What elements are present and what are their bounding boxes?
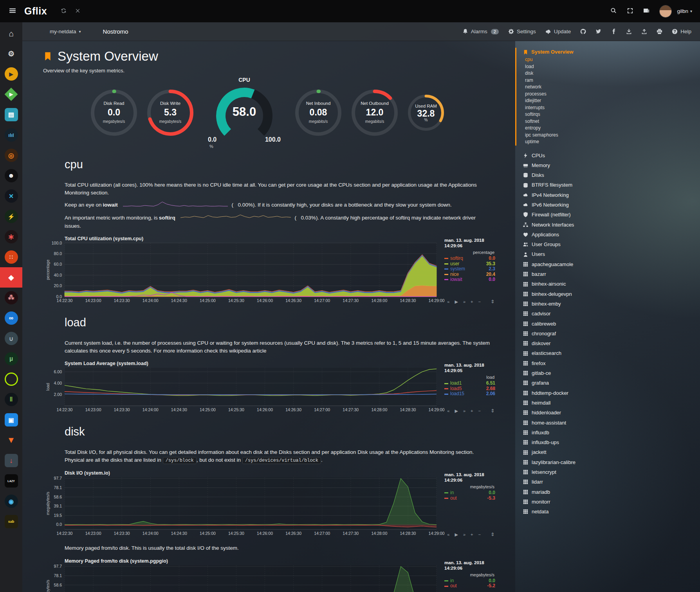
nav-facebook[interactable] (611, 29, 617, 34)
chart-resize-handle[interactable]: ⇕ (491, 408, 494, 414)
chart-play-button[interactable]: ▶ (455, 532, 458, 537)
menu-network-interfaces[interactable]: Network Interfaces (515, 220, 697, 230)
menu-btrfs-filesystem[interactable]: BTRFS filesystem (515, 180, 697, 190)
softirq-sparkline[interactable] (180, 214, 291, 222)
menu-binhex-delugevpn[interactable]: binhex-delugevpn (515, 289, 697, 299)
sidebar-app-lazylibrarian-icon[interactable]: LAZY (0, 471, 22, 491)
chart-play-button[interactable]: ▶ (455, 408, 458, 414)
chart-resize-handle[interactable]: ⇕ (491, 299, 494, 304)
menu-bazarr[interactable]: bazarr (515, 269, 697, 279)
legend-item-user[interactable]: user35.3 (444, 261, 495, 267)
menu-ipv6-networking[interactable]: IPv6 Networking (515, 200, 697, 210)
chart-zoom-in-button[interactable]: + (471, 532, 473, 537)
menu-lidarr[interactable]: lidarr (515, 477, 697, 487)
sidebar-app-airsonic-icon[interactable]: ılıl (0, 125, 22, 145)
nav-print[interactable] (657, 29, 662, 34)
hamburger-menu-button[interactable] (5, 4, 20, 18)
menu-home-assistant[interactable]: home-assistant (515, 418, 697, 428)
sidebar-app-kodi-icon[interactable]: × (0, 186, 22, 206)
sidebar-app-droplet-app-icon[interactable]: ◉ (0, 491, 22, 511)
menu-user-groups[interactable]: User Groups (515, 239, 697, 249)
gauge-used-ram[interactable]: Used RAM32.8% (408, 94, 444, 131)
chart-pan-forwards-button[interactable]: » (463, 532, 465, 537)
chart-canvas-disk-io[interactable]: 14:22:3014:23:0014:23:3014:24:0014:24:30… (44, 477, 440, 537)
sidebar-app-bars-app-icon[interactable]: ‖ (0, 389, 22, 410)
sidebar-app-jackett-icon[interactable]: ◎ (0, 145, 22, 166)
gauge-net-outbound[interactable]: Net Outbound12.0megabits/s (351, 89, 398, 136)
menu-heimdall[interactable]: heimdall (515, 398, 697, 408)
legend-item-in[interactable]: in0.0 (444, 490, 495, 496)
sidebar-app-settings-icon[interactable]: ⚙ (0, 43, 22, 64)
sidebar-app-shield-app-icon[interactable]: ◆ (0, 267, 22, 288)
search-button[interactable] (606, 4, 621, 18)
news-button[interactable] (639, 4, 653, 18)
menu-sub-idlejitter[interactable]: idlejitter (523, 97, 697, 104)
gauge-disk-read[interactable]: Disk Read0.0megabytes/s (90, 89, 137, 136)
menu-sub-softirqs[interactable]: softirqs (523, 111, 697, 118)
chart-canvas-pgpgio[interactable]: 14:22:3014:23:0014:23:3014:24:0014:24:30… (44, 565, 440, 592)
menu-monitorr[interactable]: monitorr (515, 497, 697, 507)
user-avatar[interactable] (660, 5, 671, 17)
menu-sub-uptime[interactable]: uptime (523, 139, 697, 146)
menu-sub-disk[interactable]: disk (523, 70, 697, 77)
sidebar-app-lightning-app-icon[interactable]: ⚡ (0, 206, 22, 227)
menu-jackett[interactable]: jackett (515, 447, 697, 457)
gauge-net-inbound[interactable]: Net Inbound0.08megabits/s (295, 89, 342, 136)
chart-pan-backwards-button[interactable]: « (447, 299, 449, 304)
menu-system-overview[interactable]: System Overview (523, 48, 697, 56)
menu-chronograf[interactable]: chronograf (515, 329, 697, 338)
sidebar-app-window-app-icon[interactable]: ▣ (0, 410, 22, 430)
menu-gitlab-ce[interactable]: gitlab-ce (515, 368, 697, 378)
legend-item-out[interactable]: out-5.3 (444, 496, 495, 501)
iowait-sparkline[interactable] (123, 201, 228, 209)
sidebar-app-gitlab-icon[interactable]: ▼ (0, 430, 22, 450)
chart-zoom-in-button[interactable]: + (471, 299, 473, 304)
nav-alarms[interactable]: Alarms2 (462, 29, 499, 34)
nav-twitter[interactable] (595, 29, 601, 34)
menu-memory[interactable]: Memory (515, 160, 697, 170)
chart-zoom-out-button[interactable]: − (478, 299, 481, 304)
chart-zoom-out-button[interactable]: − (478, 408, 481, 413)
fullscreen-button[interactable] (623, 4, 637, 18)
menu-binhex-emby[interactable]: binhex-emby (515, 299, 697, 309)
sidebar-app-home-icon[interactable]: ⌂ (0, 23, 22, 43)
chart-resize-handle[interactable]: ⇕ (491, 532, 494, 537)
nav-help[interactable]: Help (672, 29, 691, 34)
menu-sub-ipc-semaphores[interactable]: ipc semaphores (523, 132, 697, 139)
chart-canvas-cpu[interactable]: 14:22:3014:23:0014:23:3014:24:0014:24:30… (44, 243, 440, 304)
user-menu[interactable]: gilbn ▾ (677, 8, 695, 14)
legend-item-in[interactable]: in0.0 (444, 578, 495, 584)
host-dropdown[interactable]: my-netdata ▾ (50, 29, 81, 34)
menu-influxdb[interactable]: influxdb (515, 428, 697, 437)
legend-item-load1[interactable]: load16.51 (444, 381, 495, 386)
menu-grafana[interactable]: grafana (515, 378, 697, 388)
legend-item-iowait[interactable]: iowait0.0 (444, 277, 495, 283)
sidebar-app-library-icon[interactable]: ▤ (0, 104, 22, 125)
menu-sub-load[interactable]: load (523, 63, 697, 70)
close-button[interactable] (70, 4, 85, 18)
legend-item-out[interactable]: out-5.2 (444, 583, 495, 589)
menu-diskover[interactable]: diskover (515, 338, 697, 348)
sidebar-app-ring-app-icon[interactable] (0, 369, 22, 389)
menu-cadvisor[interactable]: cadvisor (515, 309, 697, 318)
menu-ipv4-networking[interactable]: IPv4 Networking (515, 190, 697, 200)
sidebar-app-dots-app-icon[interactable]: ∷ (0, 247, 22, 267)
nav-settings[interactable]: Settings (508, 29, 536, 34)
menu-elasticsearch[interactable]: elasticsearch (515, 348, 697, 358)
menu-sub-softnet[interactable]: softnet (523, 118, 697, 125)
nav-github[interactable] (580, 29, 586, 34)
menu-lazylibrarian-calibre[interactable]: lazylibrarian-calibre (515, 457, 697, 467)
menu-firewall-netfilter[interactable]: Firewall (netfilter) (515, 210, 697, 220)
chart-play-button[interactable]: ▶ (455, 299, 458, 304)
gauge-disk-write[interactable]: Disk Write5.3megabytes/s (147, 89, 194, 136)
menu-sub-cpu[interactable]: cpu (523, 56, 697, 63)
sidebar-app-resilio-sync-icon[interactable]: ∞ (0, 308, 22, 328)
menu-letsencrypt[interactable]: letsencrypt (515, 467, 697, 477)
legend-item-load5[interactable]: load52.68 (444, 386, 495, 392)
refresh-button[interactable] (56, 4, 70, 18)
sidebar-app-monster-app-icon[interactable]: ☻ (0, 166, 22, 186)
nav-import[interactable] (626, 29, 632, 34)
chart-zoom-out-button[interactable]: − (478, 532, 481, 537)
menu-mariadb[interactable]: mariadb (515, 487, 697, 497)
menu-apacheguacamole[interactable]: apacheguacamole (515, 259, 697, 269)
